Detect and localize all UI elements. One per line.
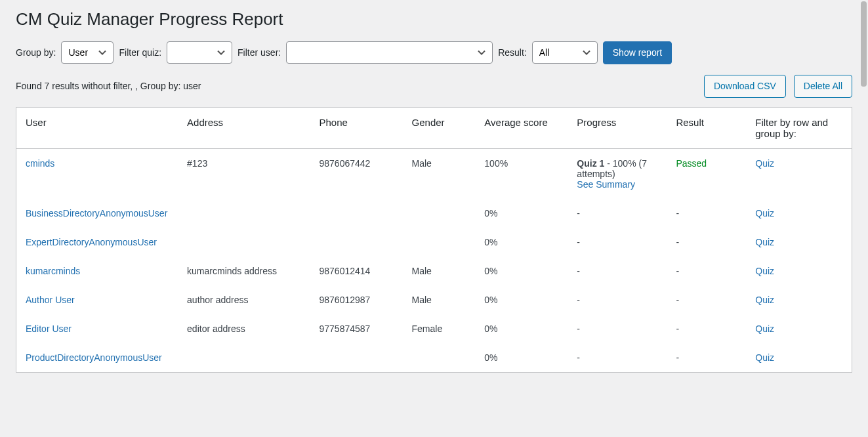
download-csv-button[interactable]: Download CSV (704, 75, 786, 98)
cell-gender: Female (403, 314, 476, 343)
user-link[interactable]: ProductDirectoryAnonymousUser (26, 352, 162, 363)
cell-progress: - (568, 285, 667, 314)
cell-address (178, 343, 310, 373)
page-title: CM Quiz Manager Progress Report (16, 9, 852, 30)
row-filter-quiz-link[interactable]: Quiz (755, 237, 774, 247)
cell-result: - (667, 199, 746, 228)
cell-progress: - (568, 343, 667, 373)
cell-gender: Male (403, 148, 476, 199)
table-row: cminds#1239876067442Male100%Quiz 1 - 100… (16, 148, 852, 199)
cell-phone (310, 343, 403, 373)
filter-quiz-label: Filter quiz: (119, 47, 161, 58)
delete-all-button[interactable]: Delete All (794, 75, 852, 98)
table-row: ProductDirectoryAnonymousUser0%--Quiz (16, 343, 852, 373)
user-link[interactable]: ExpertDirectoryAnonymousUser (26, 237, 157, 247)
cell-address: author address (178, 285, 310, 314)
filter-bar: Group by: User Filter quiz: Filter user:… (16, 41, 852, 64)
user-link[interactable]: kumarcminds (26, 266, 80, 276)
col-gender: Gender (403, 107, 476, 148)
cell-phone: 9775874587 (310, 314, 403, 343)
cell-address (178, 228, 310, 257)
table-row: BusinessDirectoryAnonymousUser0%--Quiz (16, 199, 852, 228)
cell-phone: 9876067442 (310, 148, 403, 199)
cell-avg-score: 0% (475, 257, 568, 285)
results-summary: Found 7 results without filter, , Group … (16, 81, 201, 91)
cell-phone: 9876012414 (310, 257, 403, 285)
results-table: User Address Phone Gender Average score … (16, 107, 852, 373)
show-report-button[interactable]: Show report (603, 41, 672, 64)
cell-phone: 9876012987 (310, 285, 403, 314)
cell-gender (403, 199, 476, 228)
row-filter-quiz-link[interactable]: Quiz (755, 295, 774, 305)
cell-progress: - (568, 257, 667, 285)
cell-address: editor address (178, 314, 310, 343)
user-link[interactable]: BusinessDirectoryAnonymousUser (26, 208, 167, 218)
cell-avg-score: 100% (475, 148, 568, 199)
row-filter-quiz-link[interactable]: Quiz (755, 208, 774, 218)
cell-phone (310, 228, 403, 257)
col-avg-score: Average score (475, 107, 568, 148)
cell-address: #123 (178, 148, 310, 199)
user-link[interactable]: cminds (26, 158, 54, 169)
col-progress: Progress (568, 107, 667, 148)
cell-address (178, 199, 310, 228)
cell-gender: Male (403, 257, 476, 285)
cell-progress: - (568, 228, 667, 257)
user-link[interactable]: Author User (26, 295, 75, 305)
table-row: kumarcmindskumarcminds address9876012414… (16, 257, 852, 285)
filter-quiz-select[interactable] (167, 41, 232, 64)
cell-gender: Male (403, 285, 476, 314)
result-label: Result: (498, 47, 527, 58)
scrollbar-thumb[interactable] (861, 1, 867, 87)
scrollbar[interactable] (859, 0, 868, 388)
row-filter-quiz-link[interactable]: Quiz (755, 158, 774, 169)
cell-progress: - (568, 314, 667, 343)
cell-progress: - (568, 199, 667, 228)
cell-avg-score: 0% (475, 228, 568, 257)
row-filter-quiz-link[interactable]: Quiz (755, 323, 774, 334)
col-filter-row: Filter by row and group by: (746, 107, 852, 148)
filter-user-select[interactable] (286, 41, 493, 64)
cell-result: - (667, 257, 746, 285)
table-row: Editor Usereditor address9775874587Femal… (16, 314, 852, 343)
col-user: User (16, 107, 178, 148)
cell-gender (403, 228, 476, 257)
col-phone: Phone (310, 107, 403, 148)
table-row: ExpertDirectoryAnonymousUser0%--Quiz (16, 228, 852, 257)
cell-avg-score: 0% (475, 285, 568, 314)
row-filter-quiz-link[interactable]: Quiz (755, 352, 774, 363)
cell-phone (310, 199, 403, 228)
filter-user-label: Filter user: (238, 47, 281, 58)
col-address: Address (178, 107, 310, 148)
cell-avg-score: 0% (475, 199, 568, 228)
table-row: Author Userauthor address9876012987Male0… (16, 285, 852, 314)
see-summary-link[interactable]: See Summary (577, 179, 635, 190)
group-by-select[interactable]: User (61, 41, 114, 64)
result-select[interactable]: All (532, 41, 598, 64)
cell-result: Passed (667, 148, 746, 199)
cell-avg-score: 0% (475, 343, 568, 373)
group-by-label: Group by: (16, 47, 56, 58)
cell-result: - (667, 285, 746, 314)
user-link[interactable]: Editor User (26, 323, 72, 334)
cell-result: - (667, 314, 746, 343)
col-result: Result (667, 107, 746, 148)
cell-gender (403, 343, 476, 373)
cell-result: - (667, 343, 746, 373)
cell-address: kumarcminds address (178, 257, 310, 285)
row-filter-quiz-link[interactable]: Quiz (755, 266, 774, 276)
cell-result: - (667, 228, 746, 257)
cell-progress: Quiz 1 - 100% (7 attempts)See Summary (568, 148, 667, 199)
cell-avg-score: 0% (475, 314, 568, 343)
